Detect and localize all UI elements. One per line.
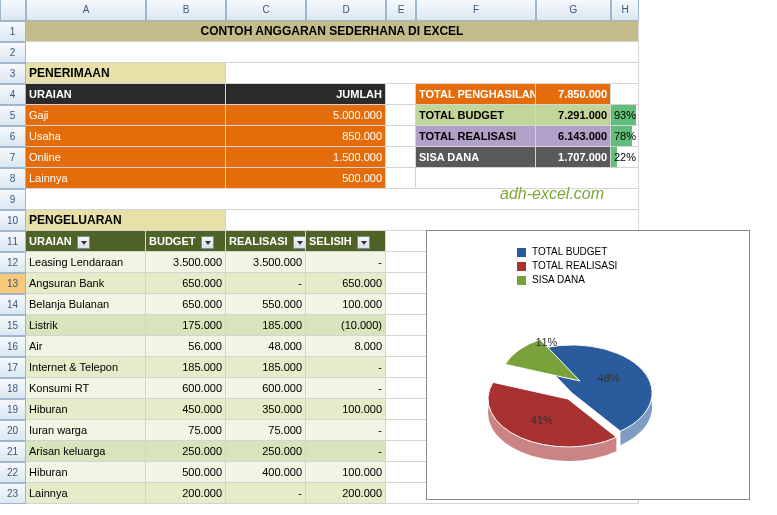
pengeluaran-selisih[interactable]: 650.000 — [306, 273, 386, 294]
empty[interactable] — [416, 168, 639, 189]
pengeluaran-realisasi[interactable]: 75.000 — [226, 420, 306, 441]
penerimaan-uraian[interactable]: Gaji — [26, 105, 226, 126]
row-header[interactable]: 23 — [0, 483, 26, 504]
penerimaan-uraian[interactable]: Lainnya — [26, 168, 226, 189]
row-header[interactable]: 11 — [0, 231, 26, 252]
column-header[interactable]: H — [611, 0, 639, 21]
pengeluaran-budget[interactable]: 450.000 — [146, 399, 226, 420]
pengeluaran-selisih[interactable]: (10.000) — [306, 315, 386, 336]
pengeluaran-budget[interactable]: 500.000 — [146, 462, 226, 483]
row-header[interactable]: 17 — [0, 357, 26, 378]
penerimaan-jumlah[interactable]: 1.500.000 — [226, 147, 386, 168]
column-header[interactable]: G — [536, 0, 611, 21]
row-header[interactable]: 19 — [0, 399, 26, 420]
row-header[interactable]: 10 — [0, 210, 26, 231]
pengeluaran-realisasi[interactable]: - — [226, 483, 306, 504]
filter-dropdown-icon[interactable] — [77, 236, 90, 249]
pengeluaran-selisih[interactable]: 8.000 — [306, 336, 386, 357]
row-header[interactable]: 2 — [0, 42, 26, 63]
row-header[interactable]: 13 — [0, 273, 26, 294]
row-header[interactable]: 16 — [0, 336, 26, 357]
pengeluaran-realisasi[interactable]: 185.000 — [226, 315, 306, 336]
row-header[interactable]: 18 — [0, 378, 26, 399]
empty[interactable] — [386, 105, 416, 126]
pengeluaran-budget[interactable]: 650.000 — [146, 294, 226, 315]
pengeluaran-uraian[interactable]: Hiburan — [26, 399, 146, 420]
row-header[interactable]: 15 — [0, 315, 26, 336]
penerimaan-jumlah[interactable]: 5.000.000 — [226, 105, 386, 126]
pengeluaran-selisih[interactable]: - — [306, 357, 386, 378]
row-header[interactable]: 21 — [0, 441, 26, 462]
pengeluaran-uraian[interactable]: Angsuran Bank — [26, 273, 146, 294]
column-header[interactable]: C — [226, 0, 306, 21]
pengeluaran-selisih[interactable]: - — [306, 252, 386, 273]
pengeluaran-budget[interactable]: 200.000 — [146, 483, 226, 504]
row-header[interactable]: 1 — [0, 21, 26, 42]
column-header[interactable]: D — [306, 0, 386, 21]
empty[interactable] — [226, 63, 639, 84]
empty[interactable] — [386, 147, 416, 168]
filter-dropdown-icon[interactable] — [201, 236, 214, 249]
pengeluaran-realisasi[interactable]: 48.000 — [226, 336, 306, 357]
pengeluaran-selisih[interactable]: - — [306, 378, 386, 399]
pengeluaran-realisasi[interactable]: - — [226, 273, 306, 294]
row-header[interactable]: 22 — [0, 462, 26, 483]
pengeluaran-budget[interactable]: 650.000 — [146, 273, 226, 294]
filter-dropdown-icon[interactable] — [293, 236, 306, 249]
empty[interactable] — [386, 84, 416, 105]
pengeluaran-uraian[interactable]: Hiburan — [26, 462, 146, 483]
pengeluaran-uraian[interactable]: Internet & Telepon — [26, 357, 146, 378]
pengeluaran-realisasi[interactable]: 600.000 — [226, 378, 306, 399]
row-header[interactable]: 4 — [0, 84, 26, 105]
pengeluaran-selisih[interactable]: - — [306, 441, 386, 462]
pengeluaran-realisasi[interactable]: 250.000 — [226, 441, 306, 462]
column-header[interactable]: F — [416, 0, 536, 21]
pengeluaran-budget[interactable]: 250.000 — [146, 441, 226, 462]
pengeluaran-realisasi[interactable]: 350.000 — [226, 399, 306, 420]
column-header[interactable]: E — [386, 0, 416, 21]
penerimaan-jumlah[interactable]: 850.000 — [226, 126, 386, 147]
pengeluaran-realisasi[interactable]: 400.000 — [226, 462, 306, 483]
pengeluaran-uraian[interactable]: Iuran warga — [26, 420, 146, 441]
empty[interactable] — [26, 189, 639, 210]
empty[interactable] — [386, 168, 416, 189]
pengeluaran-realisasi[interactable]: 550.000 — [226, 294, 306, 315]
pie-chart[interactable]: TOTAL BUDGETTOTAL REALISASISISA DANA 48%… — [426, 230, 750, 500]
penerimaan-uraian[interactable]: Usaha — [26, 126, 226, 147]
column-header[interactable] — [0, 0, 26, 21]
row-header[interactable]: 5 — [0, 105, 26, 126]
filter-dropdown-icon[interactable] — [357, 236, 370, 249]
row-header[interactable]: 8 — [0, 168, 26, 189]
row-header[interactable]: 6 — [0, 126, 26, 147]
pengeluaran-budget[interactable]: 75.000 — [146, 420, 226, 441]
pengeluaran-selisih[interactable]: - — [306, 420, 386, 441]
pengeluaran-uraian[interactable]: Listrik — [26, 315, 146, 336]
row-header[interactable]: 9 — [0, 189, 26, 210]
pengeluaran-uraian[interactable]: Leasing Lendaraan — [26, 252, 146, 273]
pengeluaran-budget[interactable]: 3.500.000 — [146, 252, 226, 273]
penerimaan-jumlah[interactable]: 500.000 — [226, 168, 386, 189]
pengeluaran-uraian[interactable]: Lainnya — [26, 483, 146, 504]
empty[interactable] — [226, 210, 639, 231]
pengeluaran-uraian[interactable]: Konsumi RT — [26, 378, 146, 399]
row-header[interactable]: 20 — [0, 420, 26, 441]
empty[interactable] — [611, 84, 639, 105]
penerimaan-uraian[interactable]: Online — [26, 147, 226, 168]
pengeluaran-budget[interactable]: 600.000 — [146, 378, 226, 399]
pengeluaran-selisih[interactable]: 100.000 — [306, 462, 386, 483]
row-header[interactable]: 12 — [0, 252, 26, 273]
column-header[interactable]: A — [26, 0, 146, 21]
row-header[interactable]: 3 — [0, 63, 26, 84]
empty[interactable] — [26, 42, 639, 63]
pengeluaran-uraian[interactable]: Air — [26, 336, 146, 357]
empty[interactable] — [386, 126, 416, 147]
row-header[interactable]: 14 — [0, 294, 26, 315]
pengeluaran-budget[interactable]: 175.000 — [146, 315, 226, 336]
pengeluaran-selisih[interactable]: 200.000 — [306, 483, 386, 504]
pengeluaran-realisasi[interactable]: 3.500.000 — [226, 252, 306, 273]
pengeluaran-realisasi[interactable]: 185.000 — [226, 357, 306, 378]
pengeluaran-selisih[interactable]: 100.000 — [306, 294, 386, 315]
pengeluaran-selisih[interactable]: 100.000 — [306, 399, 386, 420]
row-header[interactable]: 7 — [0, 147, 26, 168]
pengeluaran-budget[interactable]: 185.000 — [146, 357, 226, 378]
